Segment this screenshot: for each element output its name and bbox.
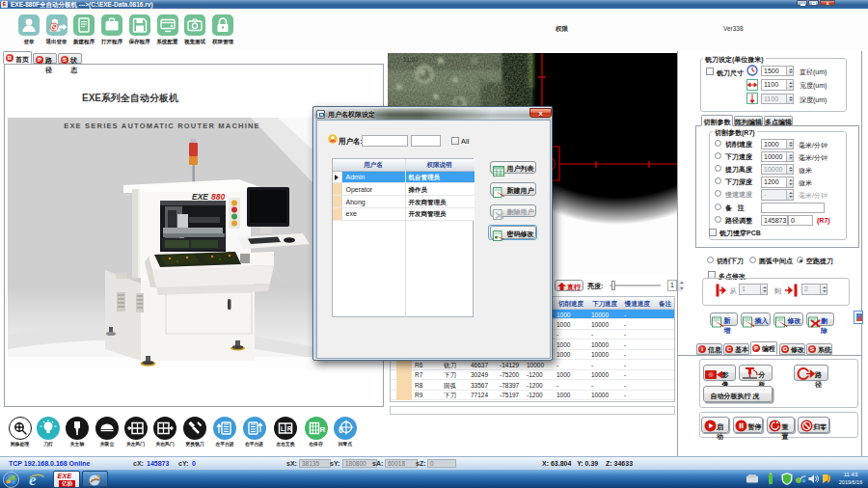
- svg-text:EXE: EXE: [192, 192, 208, 202]
- svg-text:R: R: [287, 425, 292, 432]
- svg-text:880: 880: [211, 192, 225, 202]
- svg-text:L: L: [281, 425, 285, 432]
- svg-text:EXE SERIES AUTOMATIC ROUTER MA: EXE SERIES AUTOMATIC ROUTER MACHINE: [64, 122, 260, 130]
- svg-text:R: R: [319, 425, 325, 434]
- svg-text:11.31: 11.31: [403, 56, 419, 63]
- svg-text:e: e: [29, 471, 37, 488]
- svg-text:0: 0: [339, 425, 343, 435]
